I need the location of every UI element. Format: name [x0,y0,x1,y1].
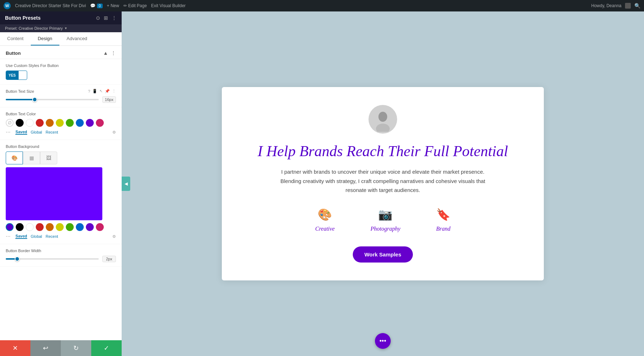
section-collapse-icon[interactable]: ▲ [103,50,108,56]
section-title-button: Button [6,50,21,56]
border-width-slider-container: 2px [6,256,116,262]
bg-tab-image[interactable]: 🖼 [40,151,57,164]
service-icons: 🎨 Creative 📷 Photography 🔖 Brand [243,208,522,232]
admin-bar-howdy: Howdy, Deanna [591,3,622,8]
pin-icon[interactable]: 📌 [105,89,110,93]
color-swatch-green[interactable] [66,119,74,127]
float-dots-button[interactable]: ••• [375,333,391,349]
color-swatch-yellow[interactable] [56,119,64,127]
global-colors-btn[interactable]: Global [31,130,42,134]
main-layout: Button Presets ⊙ ⊞ ⋮ Preset: Creative Di… [0,11,644,356]
bg-swatch-white[interactable] [26,223,34,231]
color-swatch-blue[interactable] [76,119,84,127]
avatar [369,105,397,134]
panel-more-icon[interactable]: ⋮ [112,15,117,21]
panel-content: Button ▲ ⋮ Use Custom Styles For Button … [0,46,122,340]
bg-swatch-red[interactable] [36,223,44,231]
section-more-icon[interactable]: ⋮ [111,50,116,56]
photography-icon: 📷 [378,208,392,221]
custom-styles-label: Use Custom Styles For Button [6,63,116,68]
page-card: I Help Brands Reach Their Full Potential… [222,87,544,280]
service-brand: 🔖 Brand [436,208,450,232]
tab-content[interactable]: Content [0,32,31,45]
bg-color-preview[interactable] [6,167,102,220]
color-swatch-purple[interactable] [86,119,94,127]
panel-tabs: Content Design Advanced [0,32,122,46]
bg-swatch-black[interactable] [16,223,24,231]
bg-color-more-icon[interactable]: ··· [6,233,10,240]
button-border-width-label: Button Border Width [6,249,116,253]
section-header-button: Button ▲ ⋮ [0,46,122,59]
admin-avatar [625,3,631,9]
admin-bar-comments[interactable]: 💬 0 [90,3,103,8]
saved-colors-btn[interactable]: Saved [15,130,27,135]
text-size-value: 16px [102,96,116,103]
creative-icon: 🎨 [318,208,332,221]
admin-bar-site[interactable]: Creative Director Starter Site For Divi [15,3,86,8]
bg-global-btn[interactable]: Global [31,234,42,239]
button-text-size-group: Button Text Size ? 📱 ↖ 📌 ⋮ 16px [0,85,122,107]
bg-swatch-orange[interactable] [46,223,54,231]
bottom-bar: ✕ ↩ ↻ ✓ [0,340,122,356]
photography-label: Photography [370,226,400,232]
bg-swatch-pink[interactable] [96,223,104,231]
cursor-icon[interactable]: ↖ [99,89,103,93]
left-panel: Button Presets ⊙ ⊞ ⋮ Preset: Creative Di… [0,11,122,356]
color-settings-icon[interactable]: ⚙ [112,130,116,135]
bg-swatch-purple2[interactable] [86,223,94,231]
tab-advanced[interactable]: Advanced [59,32,94,45]
button-background-group: Button Background 🎨 ▦ 🖼 [0,140,122,244]
svg-point-1 [379,112,387,122]
redo-button[interactable]: ↻ [61,340,91,356]
close-button[interactable]: ✕ [0,340,30,356]
button-text-color-group: Button Text Color ∅ ··· Saved [0,107,122,140]
panel-columns-icon[interactable]: ⊞ [104,15,108,21]
button-bg-label: Button Background [6,144,116,149]
dots-icon[interactable]: ⋮ [112,89,116,93]
reset-button[interactable]: ↩ [30,340,61,356]
help-icon[interactable]: ? [88,89,90,93]
bg-swatch-yellow[interactable] [56,223,64,231]
color-swatch-black[interactable] [16,119,24,127]
panel-title: Button Presets [5,15,41,21]
color-swatch-transparent[interactable]: ∅ [6,119,14,127]
cta-button[interactable]: Work Samples [353,246,413,263]
bg-swatch-blue[interactable] [76,223,84,231]
mobile-icon[interactable]: 📱 [92,89,97,93]
color-swatch-pink[interactable] [96,119,104,127]
brand-label: Brand [436,226,450,232]
bg-color-meta: ··· Saved Global Recent ⚙ [6,233,116,240]
wp-logo[interactable]: W [4,2,11,9]
bg-tab-color[interactable]: 🎨 [6,151,23,164]
hero-title: I Help Brands Reach Their Full Potential [243,142,522,160]
color-swatch-orange[interactable] [46,119,54,127]
text-size-slider[interactable] [6,99,99,100]
panel-toggle-button[interactable]: ◀ [122,177,130,191]
color-swatch-white[interactable] [26,119,34,127]
admin-bar-exit-builder[interactable]: Exit Visual Builder [151,3,186,8]
admin-bar-edit-page[interactable]: ✏ Edit Page [123,3,147,8]
admin-bar-new[interactable]: + New [107,3,119,8]
save-button[interactable]: ✓ [91,340,122,356]
bg-swatch-green[interactable] [66,223,74,231]
bg-tab-gradient[interactable]: ▦ [23,151,40,164]
panel-preset[interactable]: Preset: Creative Director Primary ▼ [0,24,122,32]
custom-styles-group: Use Custom Styles For Button YES [0,59,122,85]
bg-recent-btn[interactable]: Recent [46,234,58,239]
bg-swatch-purple-active[interactable] [6,223,14,231]
color-swatch-red[interactable] [36,119,44,127]
recent-colors-btn[interactable]: Recent [46,130,58,134]
color-more-icon[interactable]: ··· [6,129,10,135]
custom-styles-toggle[interactable]: YES [6,71,27,80]
panel-target-icon[interactable]: ⊙ [96,15,100,21]
bg-saved-btn[interactable]: Saved [15,234,27,239]
tab-design[interactable]: Design [31,32,59,45]
bg-color-swatches [6,223,116,231]
preset-arrow-icon: ▼ [64,27,67,30]
admin-search-icon[interactable]: 🔍 [634,3,640,9]
bg-settings-icon[interactable]: ⚙ [112,234,116,239]
text-size-icons: ? 📱 ↖ 📌 ⋮ [88,89,116,93]
panel-header: Button Presets ⊙ ⊞ ⋮ [0,11,122,24]
hero-subtitle: I partner with brands to uncover their u… [272,167,494,195]
border-width-slider[interactable] [6,258,99,260]
